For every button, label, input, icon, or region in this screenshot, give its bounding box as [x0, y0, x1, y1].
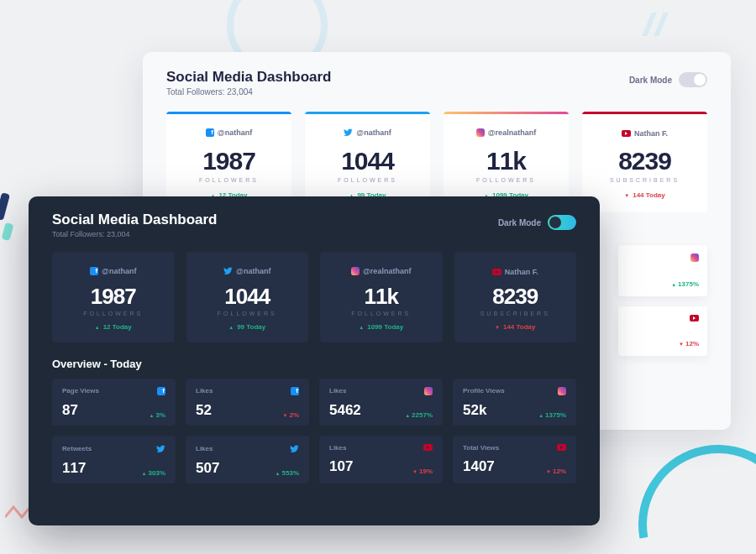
overview-tile[interactable]: Page Views 87 3% [52, 379, 176, 426]
pct-change: 303% [142, 469, 165, 477]
follower-label: SUBSCRIBERS [587, 177, 702, 183]
metric-value: 87 [62, 402, 78, 419]
metric-label: Page Views [62, 387, 99, 395]
overview-tile-peek[interactable]: 1375% [618, 245, 707, 296]
follower-count: 11k [323, 284, 439, 310]
metric-value: 507 [196, 460, 219, 477]
youtube-icon [690, 315, 699, 321]
decorative-slashes [647, 13, 680, 46]
follower-count: 1987 [55, 284, 171, 310]
pct-change: 553% [276, 469, 299, 477]
pct-change: 1375% [538, 411, 566, 419]
overview-tile[interactable]: Retweets 117 303% [52, 436, 176, 483]
facebook-icon [291, 387, 299, 395]
dashboard-dark-panel: Social Media Dashboard Total Followers: … [29, 196, 600, 525]
metric-label: Likes [329, 387, 346, 395]
delta-today: 99 Today [228, 323, 265, 331]
follower-count: 8239 [587, 147, 702, 175]
follower-label: FOLLOWERS [55, 311, 171, 316]
metric-label: Retweets [62, 445, 92, 452]
metric-label: Likes [196, 445, 213, 452]
facebook-icon [90, 267, 98, 275]
follower-count: 11k [449, 147, 564, 175]
follower-count: 1987 [171, 147, 286, 175]
metric-label: Total Views [463, 444, 499, 452]
instagram-icon [690, 253, 699, 262]
pct-change: 12% [679, 340, 699, 348]
metric-value: 1407 [463, 458, 495, 475]
delta-today: 1099 Today [359, 323, 403, 331]
follower-card-twitter[interactable]: @nathanf 1044 FOLLOWERS 99 Today [186, 252, 309, 342]
follower-card-youtube[interactable]: Nathan F. 8239 SUBSCRIBERS 144 Today [582, 112, 707, 212]
follower-count: 1044 [310, 147, 425, 175]
instagram-icon [424, 387, 433, 395]
decorative-bar [0, 192, 10, 220]
follower-label: FOLLOWERS [190, 311, 306, 316]
handle-text: @nathanf [356, 128, 391, 137]
pct-change: 19% [412, 468, 433, 475]
page-subtitle: Total Followers: 23,004 [52, 230, 218, 238]
pct-change: 2% [282, 411, 299, 419]
metric-value: 117 [62, 460, 86, 477]
page-subtitle: Total Followers: 23,004 [166, 87, 332, 97]
handle-text: @nathanf [218, 128, 252, 137]
metric-value: 5462 [329, 402, 361, 419]
instagram-icon [476, 128, 485, 137]
follower-card-facebook[interactable]: @nathanf 1987 FOLLOWERS 12 Today [52, 252, 175, 342]
instagram-icon [558, 387, 566, 395]
metric-value: 52 [196, 402, 212, 419]
twitter-icon [156, 444, 165, 453]
youtube-icon [492, 269, 501, 275]
twitter-icon [223, 266, 233, 275]
decorative-bar [2, 222, 14, 241]
page-title: Social Media Dashboard [166, 69, 332, 86]
handle-text: @nathanf [102, 267, 136, 275]
facebook-icon [206, 128, 214, 137]
page-title: Social Media Dashboard [52, 212, 218, 228]
pct-change: 3% [149, 411, 165, 419]
metric-label: Profile Views [463, 387, 505, 395]
youtube-icon [423, 444, 433, 451]
overview-tile[interactable]: Profile Views 52k 1375% [453, 379, 576, 426]
overview-tile[interactable]: Likes 507 553% [186, 436, 309, 483]
instagram-icon [351, 267, 360, 275]
follower-count: 1044 [190, 284, 306, 310]
pct-change: 1375% [671, 280, 699, 288]
overview-tile[interactable]: Total Views 1407 12% [453, 436, 576, 483]
handle-text: @nathanf [236, 267, 270, 275]
metric-label: Likes [196, 387, 213, 395]
decorative-arc [607, 414, 756, 554]
follower-card-youtube[interactable]: Nathan F. 8239 SUBSCRIBERS 144 Today [454, 252, 577, 342]
metric-value: 52k [463, 402, 486, 419]
overview-tile[interactable]: Likes 5462 2257% [319, 379, 443, 426]
twitter-icon [290, 444, 299, 453]
pct-change: 2257% [405, 411, 433, 419]
dark-mode-label: Dark Mode [498, 218, 541, 227]
follower-label: FOLLOWERS [310, 177, 425, 183]
pct-change: 12% [546, 468, 566, 475]
dark-mode-toggle[interactable] [679, 72, 707, 87]
handle-text: Nathan F. [634, 129, 668, 138]
metric-label: Likes [329, 444, 346, 452]
overview-tile[interactable]: Likes 107 19% [319, 436, 443, 483]
twitter-icon [344, 128, 353, 137]
follower-label: FOLLOWERS [449, 177, 564, 183]
follower-count: 8239 [458, 284, 574, 310]
metric-value: 107 [329, 458, 353, 475]
youtube-icon [557, 444, 566, 451]
dark-mode-toggle[interactable] [548, 215, 576, 230]
overview-heading: Overview - Today [52, 358, 576, 370]
handle-text: @realnathanf [363, 267, 411, 275]
dark-mode-label: Dark Mode [629, 76, 672, 85]
follower-label: SUBSCRIBERS [458, 311, 574, 316]
follower-card-instagram[interactable]: @realnathanf 11k FOLLOWERS 1099 Today [320, 252, 443, 342]
overview-tile[interactable]: Likes 52 2% [186, 379, 309, 426]
follower-label: FOLLOWERS [323, 311, 439, 316]
handle-text: Nathan F. [505, 268, 538, 276]
delta-today: 144 Today [495, 323, 536, 331]
follower-label: FOLLOWERS [171, 177, 286, 183]
delta-today: 12 Today [95, 323, 132, 331]
delta-today: 144 Today [624, 191, 665, 199]
overview-tile-peek[interactable]: 12% [618, 306, 707, 356]
facebook-icon [157, 387, 165, 395]
